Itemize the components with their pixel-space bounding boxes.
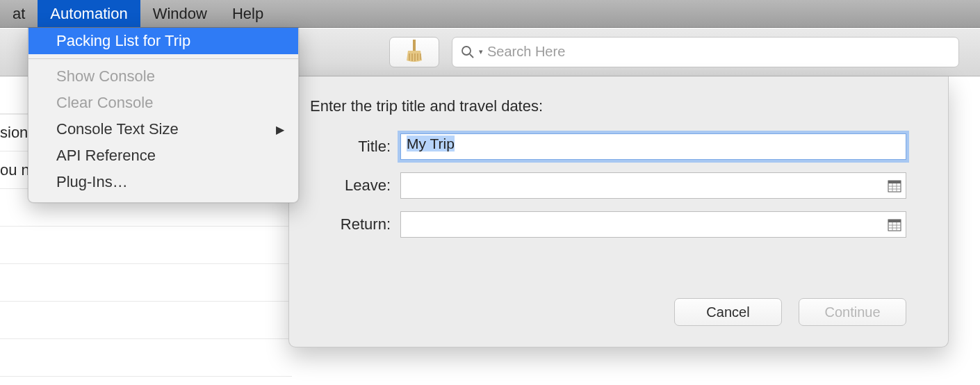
cancel-button[interactable]: Cancel (674, 298, 782, 326)
menu-item-plug-ins[interactable]: Plug-Ins… (28, 169, 298, 195)
svg-rect-10 (888, 220, 901, 222)
svg-rect-4 (888, 181, 901, 183)
return-field[interactable] (400, 211, 906, 238)
list-item[interactable] (0, 264, 292, 302)
leave-field[interactable] (400, 172, 906, 199)
menu-item-console-text-size[interactable]: Console Text Size ▶ (28, 116, 298, 142)
menubar-item-window[interactable]: Window (140, 0, 220, 27)
leave-label: Leave: (310, 177, 400, 195)
search-icon (461, 45, 475, 59)
calendar-icon[interactable] (887, 217, 902, 232)
continue-button: Continue (799, 298, 906, 326)
menu-item-label: Plug-Ins… (56, 173, 128, 191)
dialog-buttons: Cancel Continue (674, 298, 906, 326)
svg-point-1 (462, 47, 471, 55)
menubar-item-automation[interactable]: Automation (38, 0, 140, 27)
title-field[interactable]: My Trip (400, 133, 906, 160)
menu-item-label: Packing List for Trip (56, 32, 190, 50)
search-field[interactable]: ▾ (452, 37, 959, 67)
menu-item-label: Show Console (56, 67, 155, 85)
cleanup-button[interactable] (389, 37, 439, 67)
menu-item-label: Clear Console (56, 94, 153, 112)
submenu-arrow-icon: ▶ (276, 123, 284, 136)
brush-icon (405, 40, 423, 65)
title-label: Title: (310, 138, 400, 156)
menu-item-show-console: Show Console (28, 63, 298, 90)
menubar: at Automation Window Help (0, 0, 980, 28)
menu-item-packing-list[interactable]: Packing List for Trip (28, 28, 298, 54)
list-item[interactable] (0, 339, 292, 377)
trip-dialog: Enter the trip title and travel dates: T… (288, 76, 949, 347)
list-item[interactable] (0, 227, 292, 264)
chevron-down-icon: ▾ (479, 47, 483, 56)
menu-separator (28, 58, 298, 59)
list-item[interactable] (0, 302, 292, 339)
menubar-item-help[interactable]: Help (220, 0, 276, 27)
svg-rect-0 (413, 40, 416, 51)
menu-item-api-reference[interactable]: API Reference (28, 142, 298, 169)
search-input[interactable] (487, 44, 950, 60)
menu-item-clear-console: Clear Console (28, 90, 298, 116)
title-value: My Trip (407, 136, 455, 151)
svg-line-2 (470, 54, 473, 58)
return-label: Return: (310, 215, 400, 234)
automation-menu-dropdown: Packing List for Trip Show Console Clear… (28, 28, 299, 203)
dialog-prompt: Enter the trip title and travel dates: (310, 97, 906, 115)
menu-item-label: API Reference (56, 147, 156, 165)
menu-item-label: Console Text Size (56, 120, 179, 138)
menubar-item-truncated[interactable]: at (0, 0, 38, 27)
calendar-icon[interactable] (887, 178, 902, 193)
